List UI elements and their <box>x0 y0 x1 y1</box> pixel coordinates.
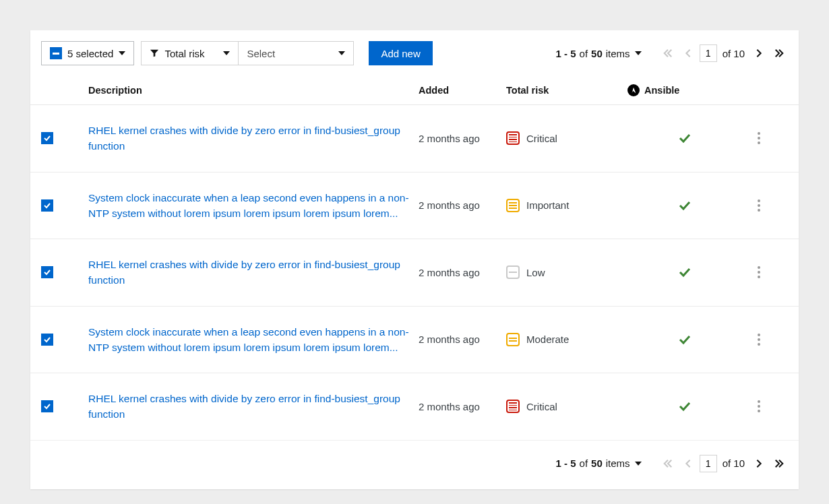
toolbar: 5 selected Total risk Select Add new 1 -… <box>30 30 799 76</box>
filter-group: Total risk Select <box>141 41 354 65</box>
bulk-select-label: 5 selected <box>67 48 113 59</box>
row-actions-button[interactable] <box>752 266 766 278</box>
description-link[interactable]: System clock inaccurate when a leap seco… <box>88 190 412 222</box>
main-panel: 5 selected Total risk Select Add new 1 -… <box>30 30 799 489</box>
risk-label: Critical <box>526 133 557 144</box>
pagination-items: items <box>606 458 630 469</box>
risk-moderate-icon <box>506 333 520 346</box>
header-total-risk: Total risk <box>506 85 627 96</box>
added-label: 2 months ago <box>419 199 506 211</box>
risk-low-icon <box>506 265 520 279</box>
page-nav: of 10 <box>659 42 788 64</box>
risk-cell: Moderate <box>506 333 627 346</box>
pagination-total: 50 <box>591 458 603 469</box>
description-link[interactable]: System clock inaccurate when a leap seco… <box>88 324 412 356</box>
description-link[interactable]: RHEL kernel crashes with divide by zero … <box>88 257 412 288</box>
pagination-range: 1 - 5 <box>556 458 576 469</box>
risk-label: Critical <box>526 401 557 412</box>
row-checkbox[interactable] <box>41 132 53 144</box>
next-page-button[interactable] <box>750 453 768 474</box>
header-ansible: Ansible <box>627 84 742 96</box>
ansible-icon <box>627 84 640 96</box>
last-page-button[interactable] <box>770 42 788 64</box>
pagination-of: of <box>580 458 588 469</box>
added-label: 2 months ago <box>419 133 506 144</box>
row-checkbox[interactable] <box>41 199 53 212</box>
last-page-button[interactable] <box>770 453 788 474</box>
pagination-top: 1 - 5 of 50 items of 10 <box>556 42 788 64</box>
bulk-select-dropdown[interactable]: 5 selected <box>41 41 134 65</box>
filter-attribute-dropdown[interactable]: Total risk <box>141 41 239 65</box>
row-checkbox[interactable] <box>41 266 53 278</box>
risk-label: Moderate <box>526 334 569 345</box>
row-actions-button[interactable] <box>752 132 766 144</box>
ansible-supported-icon <box>627 133 742 144</box>
description-link[interactable]: RHEL kernel crashes with divide by zero … <box>88 391 412 422</box>
risk-cell: Low <box>506 265 627 279</box>
first-page-button[interactable] <box>659 453 677 474</box>
pagination-items: items <box>606 48 630 59</box>
caret-down-icon <box>635 462 642 466</box>
page-total-label: of 10 <box>723 48 745 59</box>
table-row: RHEL kernel crashes with divide by zero … <box>30 105 799 172</box>
header-description: Description <box>88 85 419 96</box>
pagination-of: of <box>580 48 588 59</box>
first-page-button[interactable] <box>659 42 677 64</box>
page-number-input[interactable] <box>700 44 717 62</box>
next-page-button[interactable] <box>750 42 768 64</box>
pagination-total: 50 <box>591 48 603 59</box>
risk-important-icon <box>506 199 520 212</box>
prev-page-button[interactable] <box>679 453 697 474</box>
header-ansible-label: Ansible <box>644 85 679 96</box>
filter-attribute-label: Total risk <box>164 48 218 59</box>
row-actions-button[interactable] <box>752 199 766 212</box>
column-headers: Description Added Total risk Ansible <box>30 76 799 105</box>
caret-down-icon <box>223 51 230 55</box>
ansible-supported-icon <box>627 200 742 211</box>
table-row: System clock inaccurate when a leap seco… <box>30 307 799 374</box>
caret-down-icon <box>119 51 125 55</box>
pagination-range: 1 - 5 <box>556 48 576 59</box>
page-number-input[interactable] <box>700 455 717 472</box>
filter-icon <box>150 49 159 58</box>
added-label: 2 months ago <box>419 401 506 412</box>
row-checkbox[interactable] <box>41 334 53 346</box>
pagination-bottom: 1 - 5 of 50 items of 10 <box>556 453 788 474</box>
row-checkbox[interactable] <box>41 400 53 412</box>
row-actions-button[interactable] <box>752 334 766 346</box>
rows-container: RHEL kernel crashes with divide by zero … <box>30 105 799 440</box>
risk-cell: Critical <box>506 400 627 413</box>
row-actions-button[interactable] <box>752 400 766 412</box>
pagination-summary[interactable]: 1 - 5 of 50 items <box>556 48 642 59</box>
caret-down-icon <box>635 51 642 55</box>
filter-value-placeholder: Select <box>247 48 333 59</box>
ansible-supported-icon <box>627 267 742 278</box>
added-label: 2 months ago <box>419 334 506 345</box>
risk-critical-icon <box>506 131 520 145</box>
filter-value-dropdown[interactable]: Select <box>239 41 354 65</box>
description-link[interactable]: RHEL kernel crashes with divide by zero … <box>88 123 412 154</box>
table-row: System clock inaccurate when a leap seco… <box>30 172 799 240</box>
risk-cell: Critical <box>506 131 627 145</box>
risk-critical-icon <box>506 400 520 413</box>
pagination-bottom-bar: 1 - 5 of 50 items of 10 <box>30 440 799 489</box>
add-new-button[interactable]: Add new <box>369 41 432 65</box>
table-row: RHEL kernel crashes with divide by zero … <box>30 373 799 440</box>
added-label: 2 months ago <box>419 267 506 278</box>
risk-label: Important <box>526 199 569 211</box>
risk-cell: Important <box>506 199 627 212</box>
caret-down-icon <box>338 51 345 55</box>
header-added: Added <box>419 85 506 96</box>
page-nav: of 10 <box>659 453 788 474</box>
pagination-summary[interactable]: 1 - 5 of 50 items <box>556 458 642 469</box>
page-total-label: of 10 <box>723 458 745 469</box>
ansible-supported-icon <box>627 334 742 345</box>
risk-label: Low <box>526 267 545 278</box>
prev-page-button[interactable] <box>679 42 697 64</box>
checkbox-partial-icon <box>50 47 62 59</box>
table-row: RHEL kernel crashes with divide by zero … <box>30 239 799 307</box>
ansible-supported-icon <box>627 401 742 412</box>
